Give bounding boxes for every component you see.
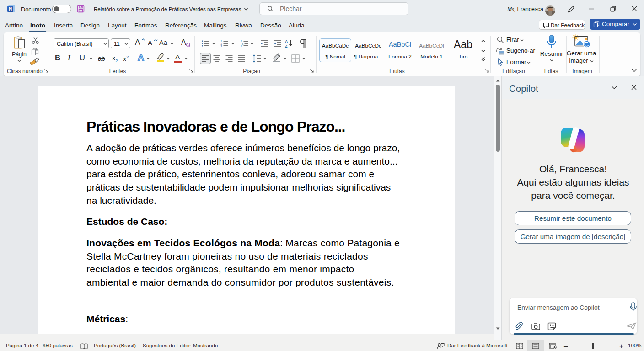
- svg-text:3: 3: [221, 45, 222, 47]
- svg-text:1: 1: [241, 45, 242, 47]
- svg-text:A: A: [138, 53, 144, 63]
- svg-text:A: A: [285, 39, 288, 44]
- svg-text:Z: Z: [285, 44, 288, 48]
- svg-text:N: N: [9, 6, 12, 11]
